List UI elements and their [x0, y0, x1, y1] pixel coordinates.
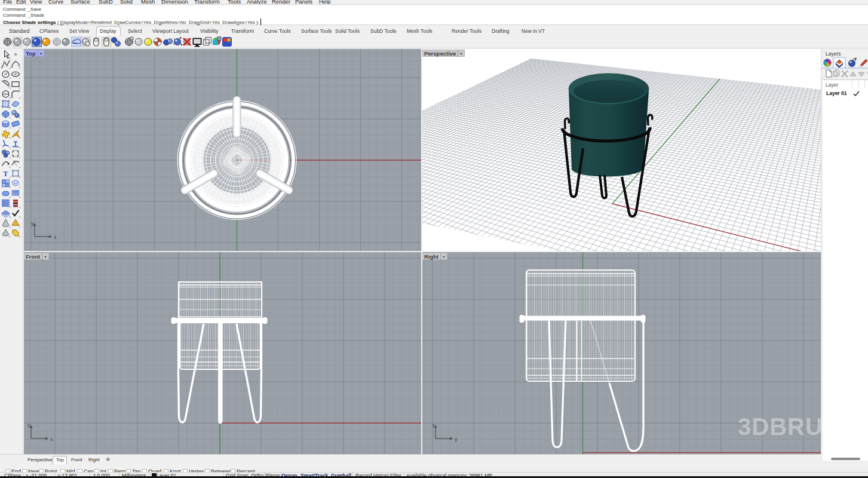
svg-text:x: x: [50, 436, 53, 442]
svg-text:y: y: [31, 220, 34, 226]
svg-text:3DBRUTE: 3DBRUTE: [738, 413, 821, 440]
svg-text:x: x: [54, 234, 57, 240]
svg-text:5w: 5w: [73, 41, 78, 45]
svg-text:T: T: [3, 169, 8, 178]
svg-text:z: z: [432, 422, 435, 428]
svg-text:z: z: [27, 422, 30, 428]
svg-text:y: y: [455, 436, 458, 442]
